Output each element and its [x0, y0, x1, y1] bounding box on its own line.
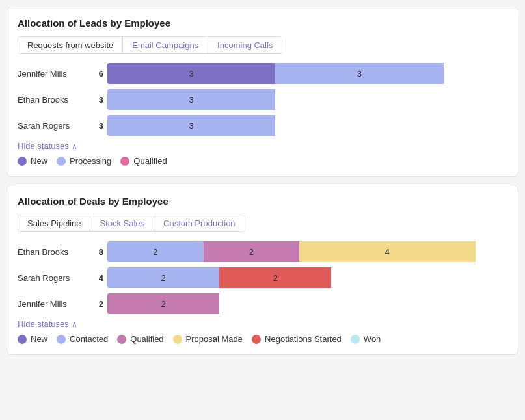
- table-row: Sarah Rogers 3 3: [18, 115, 507, 136]
- legend-item-new: New: [18, 156, 47, 166]
- legend-color-negotiations: [252, 335, 261, 344]
- bar-segment-qualified: 2: [107, 293, 219, 314]
- legend-item-qualified: Qualified: [117, 334, 163, 344]
- deals-card-title: Allocation of Deals by Employee: [18, 196, 507, 207]
- bar-segment-new: 3: [107, 63, 275, 84]
- legend-label-negotiations: Negotiations Started: [265, 334, 342, 344]
- bar-segment-processing: 3: [275, 63, 443, 84]
- deals-card: Allocation of Deals by Employee Sales Pi…: [7, 185, 518, 355]
- row-total: 4: [89, 273, 103, 283]
- bar-segment-negotiations: 2: [219, 267, 331, 288]
- bar-segment-processing: 3: [107, 89, 275, 110]
- tab-stock-sales[interactable]: Stock Sales: [90, 215, 154, 231]
- table-row: Sarah Rogers 4 2 2: [18, 267, 507, 288]
- legend-item-proposal: Proposal Made: [173, 334, 243, 344]
- leads-tabs: Requests from website Email Campaigns In…: [18, 36, 282, 54]
- bar-chart-row: 2 2: [107, 267, 507, 288]
- tab-requests-from-website[interactable]: Requests from website: [18, 37, 123, 53]
- row-total: 3: [89, 95, 103, 105]
- row-total: 8: [89, 247, 103, 257]
- table-row: Ethan Brooks 3 3: [18, 89, 507, 110]
- bar-chart-row: 2 2 4: [107, 241, 507, 262]
- bar-segment-proposal: 4: [299, 241, 476, 262]
- legend-item-won: Won: [351, 334, 381, 344]
- row-total: 3: [89, 121, 103, 131]
- chevron-up-icon: [72, 319, 77, 329]
- employee-name: Sarah Rogers: [18, 273, 89, 283]
- employee-name: Ethan Brooks: [18, 247, 89, 257]
- legend-label-qualified: Qualified: [130, 334, 163, 344]
- deals-legend: New Contacted Qualified Proposal Made Ne…: [18, 334, 507, 344]
- legend-item-contacted: Contacted: [57, 334, 108, 344]
- employee-name: Jennifer Mills: [18, 299, 89, 309]
- bar-chart-row: 3 3: [107, 63, 507, 84]
- tab-email-campaigns[interactable]: Email Campaigns: [123, 37, 208, 53]
- bar-chart-row: 3: [107, 115, 507, 136]
- legend-label-new: New: [31, 334, 47, 344]
- deals-tabs: Sales Pipeline Stock Sales Custom Produc…: [18, 215, 245, 232]
- legend-color-qualified: [117, 335, 126, 344]
- legend-label-new: New: [31, 156, 47, 166]
- leads-card: Allocation of Leads by Employee Requests…: [7, 7, 518, 177]
- legend-item-qualified: Qualified: [120, 156, 167, 166]
- legend-color-won: [351, 335, 360, 344]
- legend-label-qualified: Qualified: [133, 156, 167, 166]
- table-row: Jennifer Mills 6 3 3: [18, 63, 507, 84]
- bar-chart-row: 3: [107, 89, 507, 110]
- legend-item-negotiations: Negotiations Started: [252, 334, 342, 344]
- bar-segment-contacted: 2: [107, 241, 204, 262]
- legend-color-proposal: [173, 335, 182, 344]
- row-total: 2: [89, 299, 103, 309]
- hide-statuses-button[interactable]: Hide statuses: [18, 141, 507, 151]
- bar-chart-row: 2: [107, 293, 507, 314]
- legend-item-new: New: [18, 334, 47, 344]
- chevron-up-icon: [72, 141, 77, 151]
- bar-segment-qualified: 2: [204, 241, 300, 262]
- legend-label-won: Won: [364, 334, 381, 344]
- legend-color-processing: [57, 157, 66, 166]
- table-row: Jennifer Mills 2 2: [18, 293, 507, 314]
- legend-color-new: [18, 335, 27, 344]
- legend-item-processing: Processing: [57, 156, 111, 166]
- legend-label-proposal: Proposal Made: [186, 334, 243, 344]
- employee-name: Sarah Rogers: [18, 121, 89, 131]
- legend-color-new: [18, 157, 27, 166]
- hide-statuses-button[interactable]: Hide statuses: [18, 319, 507, 329]
- leads-legend: New Processing Qualified: [18, 156, 507, 166]
- legend-label-contacted: Contacted: [70, 334, 108, 344]
- legend-color-qualified: [120, 157, 129, 166]
- employee-name: Ethan Brooks: [18, 95, 89, 105]
- employee-name: Jennifer Mills: [18, 69, 89, 79]
- tab-custom-production[interactable]: Custom Production: [154, 215, 245, 231]
- row-total: 6: [89, 69, 103, 79]
- leads-card-title: Allocation of Leads by Employee: [18, 18, 507, 29]
- tab-sales-pipeline[interactable]: Sales Pipeline: [18, 215, 90, 231]
- tab-incoming-calls[interactable]: Incoming Calls: [208, 37, 282, 53]
- table-row: Ethan Brooks 8 2 2 4: [18, 241, 507, 262]
- bar-segment-processing: 3: [107, 115, 275, 136]
- legend-label-processing: Processing: [70, 156, 111, 166]
- bar-segment-contacted: 2: [107, 267, 219, 288]
- legend-color-contacted: [57, 335, 66, 344]
